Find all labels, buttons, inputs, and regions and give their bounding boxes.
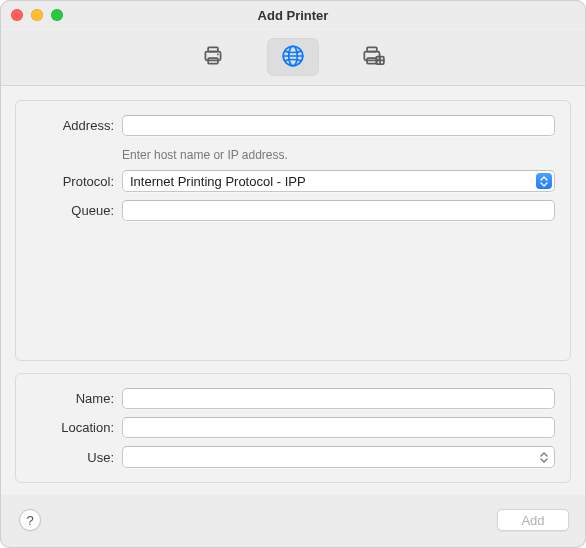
help-button[interactable]: ?	[19, 509, 41, 531]
help-icon: ?	[26, 513, 33, 528]
title-bar: Add Printer	[1, 1, 585, 29]
globe-icon	[280, 43, 306, 72]
tab-windows[interactable]	[347, 38, 399, 76]
window-title: Add Printer	[258, 8, 329, 23]
address-hint: Enter host name or IP address.	[122, 148, 555, 162]
svg-point-3	[217, 53, 219, 55]
protocol-label: Protocol:	[28, 174, 122, 189]
method-toolbar	[1, 29, 585, 86]
window-minimize-button[interactable]	[31, 9, 43, 21]
add-button[interactable]: Add	[497, 509, 569, 531]
connection-panel: Address: Enter host name or IP address. …	[15, 100, 571, 361]
tab-ip[interactable]	[267, 38, 319, 76]
svg-rect-1	[208, 47, 218, 51]
name-input[interactable]	[122, 388, 555, 409]
printer-windows-icon	[360, 43, 386, 72]
add-printer-window: Add Printer	[0, 0, 586, 548]
protocol-value: Internet Printing Protocol - IPP	[130, 174, 306, 189]
queue-input[interactable]	[122, 200, 555, 221]
printer-default-icon	[200, 43, 226, 72]
chevron-up-down-icon	[536, 449, 552, 465]
window-controls	[11, 9, 63, 21]
details-panel: Name: Location: Use:	[15, 373, 571, 483]
chevron-up-down-icon	[536, 173, 552, 189]
name-label: Name:	[28, 391, 122, 406]
content-area: Address: Enter host name or IP address. …	[1, 86, 585, 495]
protocol-select[interactable]: Internet Printing Protocol - IPP	[122, 170, 555, 192]
svg-rect-8	[367, 47, 377, 51]
use-select[interactable]	[122, 446, 555, 468]
location-label: Location:	[28, 420, 122, 435]
window-close-button[interactable]	[11, 9, 23, 21]
queue-label: Queue:	[28, 203, 122, 218]
footer-bar: ? Add	[1, 495, 585, 547]
address-label: Address:	[28, 118, 122, 133]
location-input[interactable]	[122, 417, 555, 438]
tab-default[interactable]	[187, 38, 239, 76]
use-label: Use:	[28, 450, 122, 465]
window-zoom-button[interactable]	[51, 9, 63, 21]
address-input[interactable]	[122, 115, 555, 136]
